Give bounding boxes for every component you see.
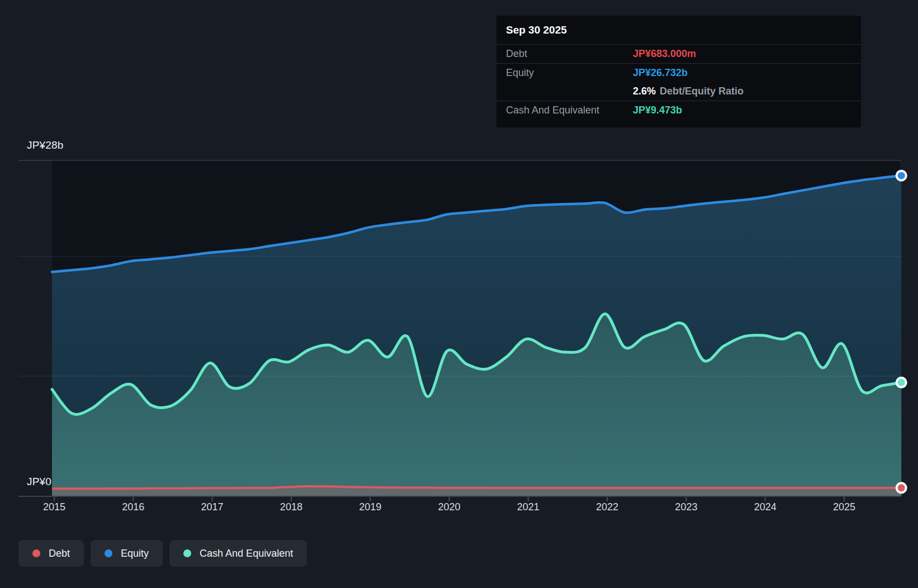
legend-item-label: Debt [49, 548, 70, 559]
x-axis-label-2024: 2024 [754, 501, 777, 513]
tooltip-ratio-label: Debt/Equity Ratio [660, 86, 744, 97]
tooltip-debt-value: JP¥683.000m [633, 48, 696, 60]
tooltip-row-ratio: 2.6% Debt/Equity Ratio [496, 82, 861, 101]
tooltip-cash-value: JP¥9.473b [633, 105, 682, 116]
legend-item-label: Cash And Equivalent [200, 548, 293, 559]
x-axis-label-2019: 2019 [359, 501, 381, 513]
tooltip-debt-label: Debt [506, 48, 633, 60]
legend-item-debt[interactable]: Debt [18, 540, 84, 567]
tooltip-row-equity: Equity JP¥26.732b [496, 63, 861, 82]
debt-endpoint-dot[interactable] [898, 484, 905, 491]
x-axis-label-2023: 2023 [675, 501, 697, 513]
x-axis-label-2020: 2020 [438, 501, 460, 513]
tooltip-date: Sep 30 2025 [496, 16, 861, 44]
x-axis-label-2017: 2017 [201, 501, 224, 513]
tooltip-row-debt: Debt JP¥683.000m [496, 44, 861, 63]
x-axis-label-2022: 2022 [596, 501, 618, 513]
balance-sheet-chart: JP¥28b JP¥0 2015201620172018201920202021… [0, 0, 918, 588]
x-axis-label-2025: 2025 [833, 501, 855, 513]
x-axis-label-2021: 2021 [517, 501, 540, 513]
y-axis-max-label: JP¥28b [27, 139, 64, 151]
tooltip-equity-value: JP¥26.732b [633, 67, 688, 79]
y-axis-zero-label: JP¥0 [27, 476, 51, 488]
x-axis-label-2015: 2015 [43, 501, 65, 513]
legend: DebtEquityCash And Equivalent [18, 540, 307, 567]
equity-endpoint-dot[interactable] [898, 172, 905, 179]
tooltip-equity-label: Equity [506, 67, 633, 79]
legend-item-equity[interactable]: Equity [91, 540, 163, 567]
legend-item-label: Equity [121, 548, 149, 559]
debt-legend-dot-icon [32, 549, 40, 557]
tooltip: Sep 30 2025 Debt JP¥683.000m Equity JP¥2… [496, 16, 861, 127]
tooltip-cash-label: Cash And Equivalent [506, 105, 633, 116]
x-axis-label-2018: 2018 [280, 501, 302, 513]
legend-item-cash[interactable]: Cash And Equivalent [169, 540, 307, 567]
x-axis-label-2016: 2016 [122, 501, 144, 513]
cash-legend-dot-icon [183, 549, 191, 557]
cash-endpoint-dot[interactable] [898, 379, 905, 386]
tooltip-row-cash: Cash And Equivalent JP¥9.473b [496, 101, 861, 120]
equity-legend-dot-icon [105, 549, 112, 557]
tooltip-ratio-value: 2.6% [633, 86, 656, 97]
